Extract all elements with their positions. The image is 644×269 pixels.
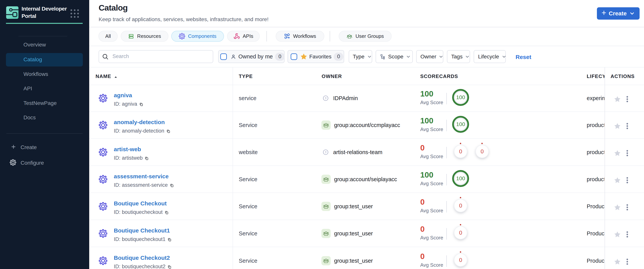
svg-text:?: ?: [325, 97, 326, 100]
svg-text:?: ?: [325, 151, 326, 154]
